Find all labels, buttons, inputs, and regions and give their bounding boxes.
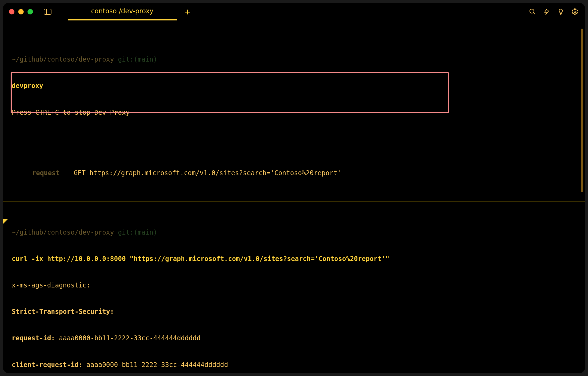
response-header: Strict-Transport-Security:	[12, 307, 576, 316]
active-pane-indicator-icon	[3, 219, 8, 224]
sidebar-toggle-icon[interactable]	[44, 9, 51, 15]
terminal-pane-bottom[interactable]: ~/github/contoso/dev-proxy git:(main) cu…	[3, 202, 585, 373]
titlebar: contoso /dev-proxy +	[3, 3, 585, 20]
traffic-lights	[9, 9, 33, 14]
shell-prompt: ~/github/contoso/dev-proxy git:(main)	[12, 228, 576, 237]
bolt-icon[interactable]	[543, 8, 551, 16]
svg-line-3	[533, 13, 535, 14]
svg-point-4	[574, 11, 576, 13]
response-header: x-ms-ags-diagnostic:	[12, 281, 576, 290]
request-tag: request	[30, 169, 62, 177]
tab-active[interactable]: contoso /dev-proxy	[68, 3, 177, 20]
minimize-window-button[interactable]	[18, 9, 24, 14]
shell-prompt: ~/github/contoso/dev-proxy git:(main)	[12, 55, 576, 64]
settings-gear-icon[interactable]	[571, 8, 579, 16]
svg-point-2	[530, 9, 534, 13]
response-header: client-request-id: aaaa0000-bb11-2222-33…	[12, 360, 576, 369]
lightbulb-icon[interactable]	[557, 8, 565, 16]
stop-hint: Press CTRL+C to stop Dev Proxy	[12, 108, 576, 117]
zoom-window-button[interactable]	[27, 9, 33, 14]
new-tab-button[interactable]: +	[185, 6, 190, 17]
terminal-pane-top[interactable]: ~/github/contoso/dev-proxy git:(main) de…	[3, 20, 585, 202]
search-icon[interactable]	[528, 8, 537, 16]
close-window-button[interactable]	[9, 9, 14, 14]
terminal-window: contoso /dev-proxy + ~/github/contoso/de…	[3, 3, 585, 373]
log-request: request GET https://graph.microsoft.com/…	[12, 169, 576, 177]
command-entered: devproxy	[12, 81, 576, 90]
curl-command: curl -ix http://10.0.0.0:8000 "https://g…	[12, 254, 576, 263]
svg-rect-0	[44, 9, 51, 14]
tab-title: contoso /dev-proxy	[91, 7, 153, 15]
scrollbar[interactable]	[581, 29, 583, 192]
response-header: request-id: aaaa0000-bb11-2222-33cc-4444…	[12, 334, 576, 342]
annotation-highlight-box	[11, 72, 449, 113]
titlebar-actions	[528, 3, 579, 20]
